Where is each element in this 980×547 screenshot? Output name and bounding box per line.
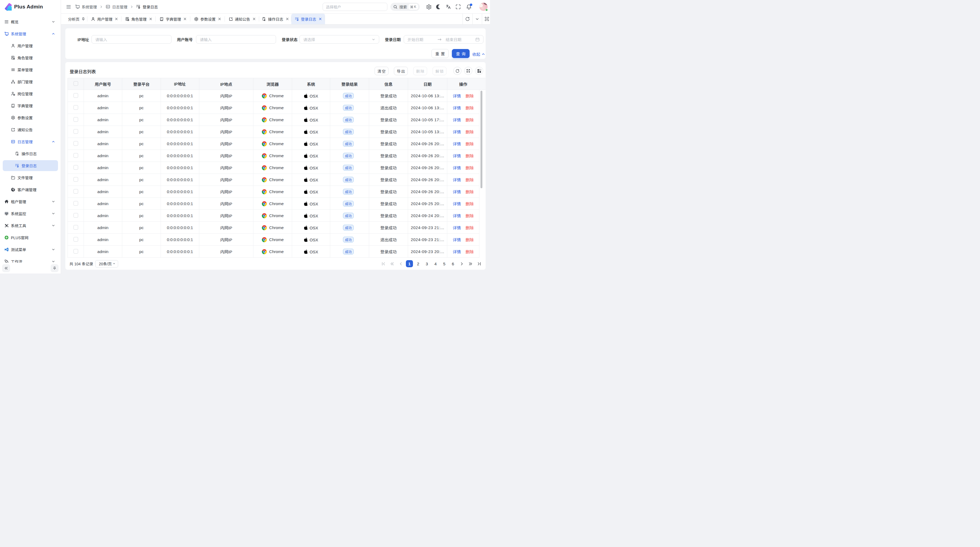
svg-text:DEV: DEV [12,141,14,142]
svg-text:DEV: DEV [107,6,110,8]
